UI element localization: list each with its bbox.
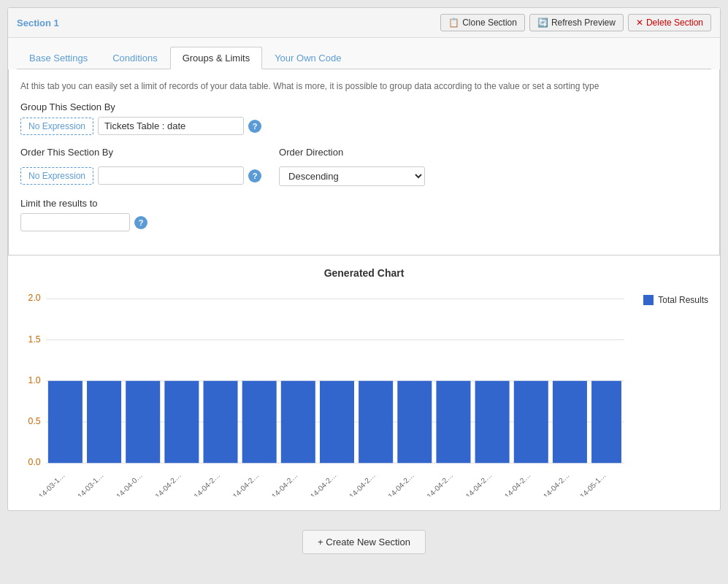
group-section: Group This Section By No Expression ? [20, 101, 708, 135]
refresh-preview-button[interactable]: 🔄 Refresh Preview [529, 14, 624, 31]
svg-text:1.5: 1.5 [28, 334, 41, 345]
chart-wrapper: 2.0 1.5 1.0 0.5 0.0 [20, 288, 708, 499]
svg-rect-11 [87, 381, 121, 463]
svg-rect-19 [397, 381, 432, 463]
svg-rect-18 [359, 381, 393, 463]
svg-text:2014-05-1…: 2014-05-1… [572, 471, 608, 496]
tab-conditions[interactable]: Conditions [100, 47, 169, 69]
limit-section: Limit the results to ? [20, 198, 708, 231]
svg-text:2014-04-2…: 2014-04-2… [342, 471, 377, 496]
order-label: Order This Section By [20, 147, 261, 158]
svg-text:2014-04-0…: 2014-04-0… [109, 471, 144, 496]
svg-text:2.0: 2.0 [28, 293, 41, 303]
svg-text:2014-04-2…: 2014-04-2… [226, 471, 261, 496]
order-direction-input-row: Descending Ascending [279, 166, 425, 186]
chart-title: Generated Chart [20, 267, 708, 279]
svg-rect-15 [242, 381, 277, 463]
svg-text:2014-03-1…: 2014-03-1… [70, 471, 105, 496]
svg-text:2014-04-2…: 2014-04-2… [303, 471, 338, 496]
group-label: Group This Section By [20, 101, 708, 112]
svg-text:2014-04-2…: 2014-04-2… [186, 471, 221, 496]
header-buttons: 📋 Clone Section 🔄 Refresh Preview ✕ Dele… [440, 14, 711, 31]
order-direction-select[interactable]: Descending Ascending [279, 166, 425, 186]
order-input-row: No Expression ? [20, 166, 261, 185]
svg-text:2014-04-2…: 2014-04-2… [459, 471, 494, 496]
svg-text:2014-04-2…: 2014-04-2… [536, 471, 571, 496]
legend-label-total: Total Results [658, 295, 708, 305]
chart-area: 2.0 1.5 1.0 0.5 0.0 [20, 288, 632, 499]
svg-text:2014-04-2…: 2014-04-2… [147, 471, 183, 496]
tabs: Base Settings Conditions Groups & Limits… [17, 47, 711, 69]
delete-section-button[interactable]: ✕ Delete Section [628, 14, 711, 31]
svg-text:0.5: 0.5 [28, 416, 41, 426]
order-help-icon[interactable]: ? [248, 169, 261, 182]
svg-text:1.0: 1.0 [28, 375, 41, 385]
group-no-expression-button[interactable]: No Expression [20, 118, 93, 135]
limit-help-icon[interactable]: ? [134, 216, 147, 229]
section-header: Section 1 📋 Clone Section 🔄 Refresh Prev… [8, 8, 720, 38]
group-value-input[interactable] [98, 117, 244, 135]
svg-text:2014-04-2…: 2014-04-2… [497, 471, 532, 496]
svg-text:2014-04-2…: 2014-04-2… [380, 471, 415, 496]
section-container: Section 1 📋 Clone Section 🔄 Refresh Prev… [7, 7, 721, 511]
bottom-bar: + Create New Section [7, 518, 721, 566]
tab-base-settings[interactable]: Base Settings [17, 47, 100, 69]
limit-label: Limit the results to [20, 198, 708, 209]
svg-rect-22 [514, 381, 548, 463]
legend-color-total [643, 295, 654, 305]
chart-section: Generated Chart 2.0 1.5 1.0 0.5 0.0 [8, 256, 720, 510]
order-direction-label: Order Direction [279, 147, 425, 158]
svg-rect-21 [475, 381, 510, 463]
svg-rect-24 [591, 381, 621, 463]
limit-value-input[interactable] [20, 213, 130, 231]
svg-rect-10 [48, 381, 83, 463]
clone-icon: 📋 [448, 18, 459, 28]
order-no-expression-button[interactable]: No Expression [20, 167, 93, 185]
group-input-row: No Expression ? [20, 117, 708, 135]
section-title: Section 1 [17, 18, 59, 28]
delete-icon: ✕ [636, 18, 643, 28]
create-new-section-button[interactable]: + Create New Section [302, 530, 426, 554]
order-section: Order This Section By No Expression ? [20, 147, 261, 185]
chart-legend: Total Results [643, 288, 708, 305]
order-row: Order This Section By No Expression ? Or… [20, 147, 708, 186]
tab-description: At this tab you can easily set a limit o… [20, 81, 708, 91]
svg-rect-14 [203, 381, 237, 463]
svg-text:2014-04-2…: 2014-04-2… [419, 471, 454, 496]
tabs-container: Base Settings Conditions Groups & Limits… [8, 38, 720, 69]
svg-rect-16 [281, 381, 315, 463]
page-wrapper: Section 1 📋 Clone Section 🔄 Refresh Prev… [0, 0, 728, 584]
svg-text:2014-03-1…: 2014-03-1… [31, 471, 66, 496]
svg-text:0.0: 0.0 [28, 457, 41, 467]
svg-rect-13 [164, 381, 199, 463]
tab-your-own-code[interactable]: Your Own Code [262, 47, 353, 69]
group-help-icon[interactable]: ? [248, 120, 261, 133]
order-direction-section: Order Direction Descending Ascending [279, 147, 425, 186]
refresh-icon: 🔄 [537, 18, 548, 28]
svg-rect-23 [553, 381, 587, 463]
svg-rect-20 [436, 381, 470, 463]
tab-groups-limits[interactable]: Groups & Limits [170, 47, 262, 69]
svg-text:2014-04-2…: 2014-04-2… [264, 471, 299, 496]
legend-item-total: Total Results [643, 295, 708, 305]
clone-section-button[interactable]: 📋 Clone Section [440, 14, 525, 31]
svg-rect-17 [320, 381, 354, 463]
limit-input-row: ? [20, 213, 708, 231]
order-value-input[interactable] [98, 166, 244, 185]
tab-content-groups-limits: At this tab you can easily set a limit o… [8, 69, 720, 256]
svg-rect-12 [126, 381, 160, 463]
chart-svg: 2.0 1.5 1.0 0.5 0.0 [20, 288, 632, 496]
